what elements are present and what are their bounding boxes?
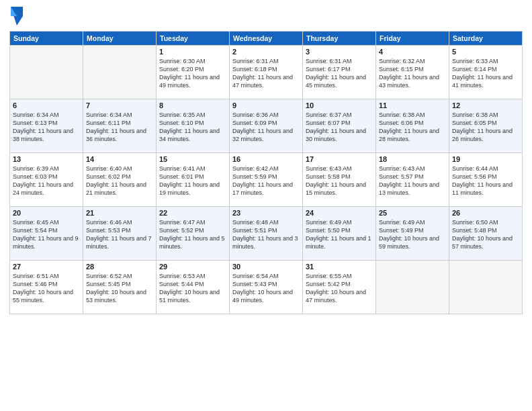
calendar-cell: 24Sunrise: 6:49 AMSunset: 5:50 PMDayligh… (303, 207, 376, 261)
day-detail: Sunrise: 6:51 AMSunset: 5:46 PMDaylight:… (13, 272, 80, 305)
day-number: 8 (159, 101, 226, 109)
day-detail: Sunrise: 6:47 AMSunset: 5:52 PMDaylight:… (159, 218, 226, 251)
day-detail: Sunrise: 6:49 AMSunset: 5:49 PMDaylight:… (379, 218, 446, 251)
day-number: 4 (379, 48, 446, 56)
day-detail: Sunrise: 6:32 AMSunset: 6:15 PMDaylight:… (379, 57, 446, 90)
calendar-cell: 25Sunrise: 6:49 AMSunset: 5:49 PMDayligh… (376, 207, 449, 261)
day-detail: Sunrise: 6:49 AMSunset: 5:50 PMDaylight:… (306, 218, 373, 251)
day-number: 19 (452, 155, 519, 163)
day-header-friday: Friday (376, 32, 449, 46)
calendar-cell: 13Sunrise: 6:39 AMSunset: 6:03 PMDayligh… (10, 153, 83, 207)
calendar-week-2: 6Sunrise: 6:34 AMSunset: 6:13 PMDaylight… (10, 99, 523, 153)
day-detail: Sunrise: 6:43 AMSunset: 5:57 PMDaylight:… (379, 165, 446, 197)
day-detail: Sunrise: 6:52 AMSunset: 5:45 PMDaylight:… (86, 272, 153, 305)
calendar-cell: 16Sunrise: 6:42 AMSunset: 5:59 PMDayligh… (230, 153, 303, 207)
day-detail: Sunrise: 6:54 AMSunset: 5:43 PMDaylight:… (232, 272, 300, 305)
calendar-cell: 8Sunrise: 6:35 AMSunset: 6:10 PMDaylight… (157, 99, 230, 153)
calendar-cell: 4Sunrise: 6:32 AMSunset: 6:15 PMDaylight… (376, 46, 449, 99)
day-number: 27 (13, 263, 80, 271)
calendar-cell: 12Sunrise: 6:38 AMSunset: 6:05 PMDayligh… (449, 99, 523, 153)
calendar-cell: 15Sunrise: 6:41 AMSunset: 6:01 PMDayligh… (157, 153, 230, 207)
calendar-cell: 9Sunrise: 6:36 AMSunset: 6:09 PMDaylight… (230, 99, 303, 153)
day-number: 16 (232, 155, 300, 163)
day-detail: Sunrise: 6:45 AMSunset: 5:54 PMDaylight:… (13, 218, 80, 251)
logo (9, 7, 23, 26)
calendar-cell: 27Sunrise: 6:51 AMSunset: 5:46 PMDayligh… (10, 261, 83, 314)
calendar-cell: 7Sunrise: 6:34 AMSunset: 6:11 PMDaylight… (83, 99, 157, 153)
day-detail: Sunrise: 6:38 AMSunset: 6:06 PMDaylight:… (379, 111, 446, 144)
day-detail: Sunrise: 6:37 AMSunset: 6:07 PMDaylight:… (306, 111, 373, 144)
calendar-cell: 5Sunrise: 6:33 AMSunset: 6:14 PMDaylight… (449, 46, 523, 99)
day-detail: Sunrise: 6:42 AMSunset: 5:59 PMDaylight:… (232, 165, 300, 197)
day-number: 3 (306, 48, 373, 56)
calendar-container: SundayMondayTuesdayWednesdayThursdayFrid… (0, 0, 532, 411)
day-detail: Sunrise: 6:46 AMSunset: 5:53 PMDaylight:… (86, 218, 153, 251)
day-detail: Sunrise: 6:33 AMSunset: 6:14 PMDaylight:… (452, 57, 519, 90)
day-number: 28 (86, 263, 153, 271)
day-detail: Sunrise: 6:44 AMSunset: 5:56 PMDaylight:… (452, 165, 519, 197)
calendar-cell: 26Sunrise: 6:50 AMSunset: 5:48 PMDayligh… (449, 207, 523, 261)
day-header-saturday: Saturday (449, 32, 523, 46)
day-number: 31 (306, 263, 373, 271)
day-detail: Sunrise: 6:36 AMSunset: 6:09 PMDaylight:… (232, 111, 300, 144)
day-number: 12 (452, 101, 519, 109)
logo-icon (11, 7, 23, 26)
day-detail: Sunrise: 6:53 AMSunset: 5:44 PMDaylight:… (159, 272, 226, 305)
calendar-cell: 23Sunrise: 6:48 AMSunset: 5:51 PMDayligh… (230, 207, 303, 261)
day-detail: Sunrise: 6:43 AMSunset: 5:58 PMDaylight:… (306, 165, 373, 197)
calendar-cell: 28Sunrise: 6:52 AMSunset: 5:45 PMDayligh… (83, 261, 157, 314)
calendar-cell: 6Sunrise: 6:34 AMSunset: 6:13 PMDaylight… (10, 99, 83, 153)
day-detail: Sunrise: 6:31 AMSunset: 6:18 PMDaylight:… (232, 57, 300, 90)
day-number: 11 (379, 101, 446, 109)
calendar-cell (376, 261, 449, 314)
day-number: 24 (306, 209, 373, 217)
day-number: 6 (13, 101, 80, 109)
day-header-monday: Monday (83, 32, 157, 46)
day-detail: Sunrise: 6:38 AMSunset: 6:05 PMDaylight:… (452, 111, 519, 144)
calendar-cell: 14Sunrise: 6:40 AMSunset: 6:02 PMDayligh… (83, 153, 157, 207)
calendar-week-4: 20Sunrise: 6:45 AMSunset: 5:54 PMDayligh… (10, 207, 523, 261)
calendar-cell: 19Sunrise: 6:44 AMSunset: 5:56 PMDayligh… (449, 153, 523, 207)
calendar-cell: 11Sunrise: 6:38 AMSunset: 6:06 PMDayligh… (376, 99, 449, 153)
day-detail: Sunrise: 6:55 AMSunset: 5:42 PMDaylight:… (306, 272, 373, 305)
day-header-thursday: Thursday (303, 32, 376, 46)
day-number: 5 (452, 48, 519, 56)
day-number: 17 (306, 155, 373, 163)
day-number: 22 (159, 209, 226, 217)
day-detail: Sunrise: 6:34 AMSunset: 6:11 PMDaylight:… (86, 111, 153, 144)
calendar-week-5: 27Sunrise: 6:51 AMSunset: 5:46 PMDayligh… (10, 261, 523, 314)
day-number: 1 (159, 48, 226, 56)
day-detail: Sunrise: 6:34 AMSunset: 6:13 PMDaylight:… (13, 111, 80, 144)
calendar-cell (10, 46, 83, 99)
day-header-wednesday: Wednesday (230, 32, 303, 46)
calendar-week-1: 1Sunrise: 6:30 AMSunset: 6:20 PMDaylight… (10, 46, 523, 99)
calendar-cell: 3Sunrise: 6:31 AMSunset: 6:17 PMDaylight… (303, 46, 376, 99)
day-detail: Sunrise: 6:40 AMSunset: 6:02 PMDaylight:… (86, 165, 153, 197)
header (9, 7, 523, 26)
day-number: 30 (232, 263, 300, 271)
calendar-cell: 2Sunrise: 6:31 AMSunset: 6:18 PMDaylight… (230, 46, 303, 99)
day-number: 15 (159, 155, 226, 163)
day-header-sunday: Sunday (10, 32, 83, 46)
calendar-cell: 1Sunrise: 6:30 AMSunset: 6:20 PMDaylight… (157, 46, 230, 99)
calendar-cell: 18Sunrise: 6:43 AMSunset: 5:57 PMDayligh… (376, 153, 449, 207)
day-header-tuesday: Tuesday (157, 32, 230, 46)
day-number: 26 (452, 209, 519, 217)
day-number: 9 (232, 101, 300, 109)
calendar-cell: 10Sunrise: 6:37 AMSunset: 6:07 PMDayligh… (303, 99, 376, 153)
day-detail: Sunrise: 6:39 AMSunset: 6:03 PMDaylight:… (13, 165, 80, 197)
day-number: 21 (86, 209, 153, 217)
day-number: 14 (86, 155, 153, 163)
calendar-table: SundayMondayTuesdayWednesdayThursdayFrid… (9, 31, 523, 314)
day-detail: Sunrise: 6:31 AMSunset: 6:17 PMDaylight:… (306, 57, 373, 90)
day-number: 7 (86, 101, 153, 109)
day-number: 20 (13, 209, 80, 217)
calendar-cell: 29Sunrise: 6:53 AMSunset: 5:44 PMDayligh… (157, 261, 230, 314)
calendar-cell: 22Sunrise: 6:47 AMSunset: 5:52 PMDayligh… (157, 207, 230, 261)
day-number: 25 (379, 209, 446, 217)
day-detail: Sunrise: 6:35 AMSunset: 6:10 PMDaylight:… (159, 111, 226, 144)
calendar-cell: 17Sunrise: 6:43 AMSunset: 5:58 PMDayligh… (303, 153, 376, 207)
day-number: 18 (379, 155, 446, 163)
calendar-cell: 30Sunrise: 6:54 AMSunset: 5:43 PMDayligh… (230, 261, 303, 314)
day-detail: Sunrise: 6:50 AMSunset: 5:48 PMDaylight:… (452, 218, 519, 251)
